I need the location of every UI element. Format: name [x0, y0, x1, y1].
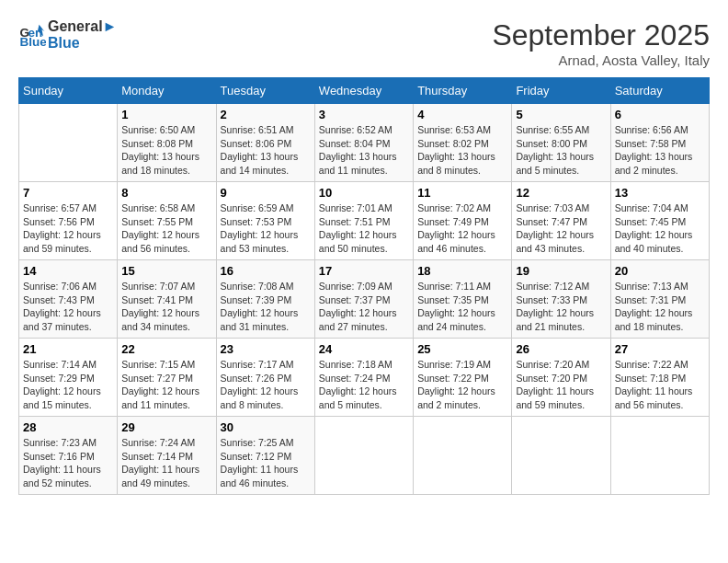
location: Arnad, Aosta Valley, Italy: [492, 52, 710, 68]
cell-content: Sunrise: 6:50 AM Sunset: 8:08 PM Dayligh…: [121, 123, 211, 178]
calendar-cell: 27Sunrise: 7:22 AM Sunset: 7:18 PM Dayli…: [610, 339, 709, 417]
calendar-cell: [19, 104, 118, 182]
cell-content: Sunrise: 7:22 AM Sunset: 7:18 PM Dayligh…: [615, 358, 705, 412]
day-number: 1: [121, 108, 211, 121]
calendar-cell: 23Sunrise: 7:17 AM Sunset: 7:26 PM Dayli…: [216, 339, 314, 417]
cell-content: Sunrise: 7:20 AM Sunset: 7:20 PM Dayligh…: [516, 358, 606, 412]
day-number: 26: [516, 342, 606, 356]
cell-content: Sunrise: 6:52 AM Sunset: 8:04 PM Dayligh…: [319, 123, 409, 178]
calendar-cell: 17Sunrise: 7:09 AM Sunset: 7:37 PM Dayli…: [314, 260, 413, 339]
logo-icon: G en Blue: [18, 21, 46, 49]
month-title: September 2025: [492, 18, 710, 52]
cell-content: Sunrise: 7:09 AM Sunset: 7:37 PM Dayligh…: [319, 280, 409, 334]
day-number: 15: [121, 264, 211, 278]
calendar-table: SundayMondayTuesdayWednesdayThursdayFrid…: [18, 77, 710, 495]
day-number: 21: [23, 342, 113, 356]
day-header-friday: Friday: [512, 78, 610, 104]
day-header-saturday: Saturday: [610, 78, 709, 104]
cell-content: Sunrise: 7:01 AM Sunset: 7:51 PM Dayligh…: [319, 201, 409, 256]
calendar-cell: 10Sunrise: 7:01 AM Sunset: 7:51 PM Dayli…: [314, 182, 413, 260]
day-number: 12: [516, 186, 606, 200]
cell-content: Sunrise: 6:59 AM Sunset: 7:53 PM Dayligh…: [221, 201, 311, 256]
day-number: 9: [221, 186, 311, 200]
cell-content: Sunrise: 7:18 AM Sunset: 7:24 PM Dayligh…: [319, 358, 409, 412]
logo: G en Blue General► Blue: [18, 18, 117, 52]
calendar-cell: 1Sunrise: 6:50 AM Sunset: 8:08 PM Daylig…: [118, 104, 216, 182]
cell-content: Sunrise: 7:04 AM Sunset: 7:45 PM Dayligh…: [615, 201, 705, 256]
calendar-cell: 9Sunrise: 6:59 AM Sunset: 7:53 PM Daylig…: [216, 182, 314, 260]
page-header: G en Blue General► Blue September 2025 A…: [18, 18, 710, 68]
calendar-cell: 22Sunrise: 7:15 AM Sunset: 7:27 PM Dayli…: [118, 339, 216, 417]
week-row-2: 7Sunrise: 6:57 AM Sunset: 7:56 PM Daylig…: [19, 182, 710, 260]
week-row-5: 28Sunrise: 7:23 AM Sunset: 7:16 PM Dayli…: [19, 417, 710, 495]
day-number: 30: [221, 420, 311, 434]
calendar-cell: 12Sunrise: 7:03 AM Sunset: 7:47 PM Dayli…: [512, 182, 610, 260]
day-number: 2: [221, 108, 311, 121]
cell-content: Sunrise: 7:24 AM Sunset: 7:14 PM Dayligh…: [121, 436, 211, 490]
calendar-cell: 4Sunrise: 6:53 AM Sunset: 8:02 PM Daylig…: [414, 104, 512, 182]
calendar-cell: 18Sunrise: 7:11 AM Sunset: 7:35 PM Dayli…: [414, 260, 512, 339]
cell-content: Sunrise: 7:02 AM Sunset: 7:49 PM Dayligh…: [417, 201, 507, 256]
day-header-wednesday: Wednesday: [314, 78, 413, 104]
day-number: 25: [417, 342, 507, 356]
cell-content: Sunrise: 7:17 AM Sunset: 7:26 PM Dayligh…: [221, 358, 311, 412]
day-number: 27: [615, 342, 705, 356]
cell-content: Sunrise: 7:06 AM Sunset: 7:43 PM Dayligh…: [23, 280, 113, 334]
calendar-cell: 11Sunrise: 7:02 AM Sunset: 7:49 PM Dayli…: [414, 182, 512, 260]
calendar-cell: 24Sunrise: 7:18 AM Sunset: 7:24 PM Dayli…: [314, 339, 413, 417]
cell-content: Sunrise: 7:14 AM Sunset: 7:29 PM Dayligh…: [23, 358, 113, 412]
cell-content: Sunrise: 6:51 AM Sunset: 8:06 PM Dayligh…: [221, 123, 311, 178]
day-number: 20: [615, 264, 705, 278]
day-header-thursday: Thursday: [414, 78, 512, 104]
calendar-cell: [314, 417, 413, 495]
day-number: 22: [121, 342, 211, 356]
cell-content: Sunrise: 7:11 AM Sunset: 7:35 PM Dayligh…: [417, 280, 507, 334]
calendar-cell: 3Sunrise: 6:52 AM Sunset: 8:04 PM Daylig…: [314, 104, 413, 182]
calendar-cell: [414, 417, 512, 495]
calendar-cell: 5Sunrise: 6:55 AM Sunset: 8:00 PM Daylig…: [512, 104, 610, 182]
day-number: 29: [121, 420, 211, 434]
cell-content: Sunrise: 7:03 AM Sunset: 7:47 PM Dayligh…: [516, 201, 606, 256]
day-header-sunday: Sunday: [19, 78, 118, 104]
calendar-cell: 28Sunrise: 7:23 AM Sunset: 7:16 PM Dayli…: [19, 417, 118, 495]
header-row: SundayMondayTuesdayWednesdayThursdayFrid…: [19, 78, 710, 104]
calendar-cell: 19Sunrise: 7:12 AM Sunset: 7:33 PM Dayli…: [512, 260, 610, 339]
calendar-cell: 16Sunrise: 7:08 AM Sunset: 7:39 PM Dayli…: [216, 260, 314, 339]
cell-content: Sunrise: 7:19 AM Sunset: 7:22 PM Dayligh…: [417, 358, 507, 412]
calendar-cell: 7Sunrise: 6:57 AM Sunset: 7:56 PM Daylig…: [19, 182, 118, 260]
cell-content: Sunrise: 6:53 AM Sunset: 8:02 PM Dayligh…: [417, 123, 507, 178]
week-row-1: 1Sunrise: 6:50 AM Sunset: 8:08 PM Daylig…: [19, 104, 710, 182]
cell-content: Sunrise: 7:08 AM Sunset: 7:39 PM Dayligh…: [221, 280, 311, 334]
day-number: 18: [417, 264, 507, 278]
cell-content: Sunrise: 6:57 AM Sunset: 7:56 PM Dayligh…: [23, 201, 113, 256]
cell-content: Sunrise: 7:07 AM Sunset: 7:41 PM Dayligh…: [121, 280, 211, 334]
calendar-cell: 8Sunrise: 6:58 AM Sunset: 7:55 PM Daylig…: [118, 182, 216, 260]
day-header-monday: Monday: [118, 78, 216, 104]
day-number: 7: [23, 186, 113, 200]
title-block: September 2025 Arnad, Aosta Valley, Ital…: [492, 18, 710, 68]
cell-content: Sunrise: 7:15 AM Sunset: 7:27 PM Dayligh…: [121, 358, 211, 412]
calendar-cell: 26Sunrise: 7:20 AM Sunset: 7:20 PM Dayli…: [512, 339, 610, 417]
cell-content: Sunrise: 7:13 AM Sunset: 7:31 PM Dayligh…: [615, 280, 705, 334]
calendar-cell: 25Sunrise: 7:19 AM Sunset: 7:22 PM Dayli…: [414, 339, 512, 417]
day-number: 6: [615, 108, 705, 121]
day-number: 4: [417, 108, 507, 121]
day-number: 10: [319, 186, 409, 200]
day-number: 13: [615, 186, 705, 200]
calendar-cell: 21Sunrise: 7:14 AM Sunset: 7:29 PM Dayli…: [19, 339, 118, 417]
day-header-tuesday: Tuesday: [216, 78, 314, 104]
calendar-cell: 14Sunrise: 7:06 AM Sunset: 7:43 PM Dayli…: [19, 260, 118, 339]
calendar-cell: 20Sunrise: 7:13 AM Sunset: 7:31 PM Dayli…: [610, 260, 709, 339]
day-number: 23: [221, 342, 311, 356]
calendar-cell: 2Sunrise: 6:51 AM Sunset: 8:06 PM Daylig…: [216, 104, 314, 182]
cell-content: Sunrise: 6:55 AM Sunset: 8:00 PM Dayligh…: [516, 123, 606, 178]
day-number: 14: [23, 264, 113, 278]
svg-text:Blue: Blue: [20, 35, 47, 49]
calendar-cell: 29Sunrise: 7:24 AM Sunset: 7:14 PM Dayli…: [118, 417, 216, 495]
week-row-4: 21Sunrise: 7:14 AM Sunset: 7:29 PM Dayli…: [19, 339, 710, 417]
day-number: 11: [417, 186, 507, 200]
calendar-cell: 13Sunrise: 7:04 AM Sunset: 7:45 PM Dayli…: [610, 182, 709, 260]
calendar-cell: [512, 417, 610, 495]
cell-content: Sunrise: 6:58 AM Sunset: 7:55 PM Dayligh…: [121, 201, 211, 256]
calendar-cell: 30Sunrise: 7:25 AM Sunset: 7:12 PM Dayli…: [216, 417, 314, 495]
